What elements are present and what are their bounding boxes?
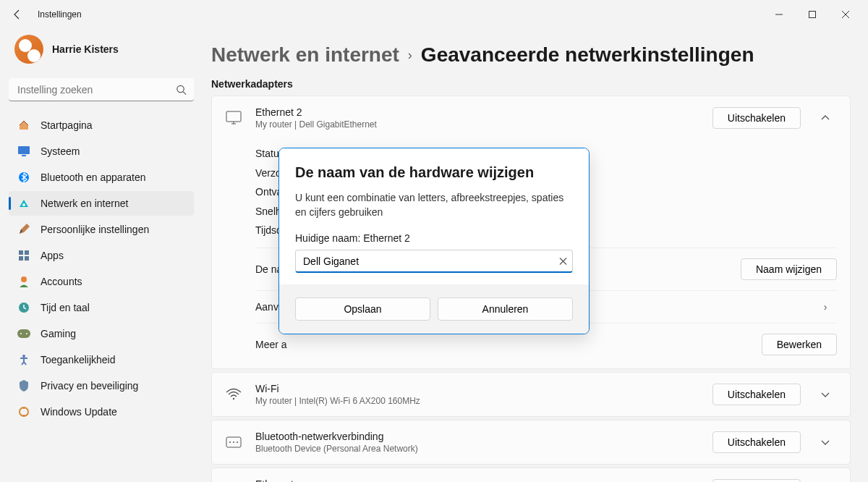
- clear-input-button[interactable]: [559, 258, 567, 266]
- modal-backdrop: De naam van de hardware wijzigen U kunt …: [0, 0, 868, 482]
- new-name-input[interactable]: [295, 250, 573, 273]
- save-button[interactable]: Opslaan: [295, 297, 430, 321]
- current-name-label: Huidige naam: Ethernet 2: [295, 232, 573, 244]
- dialog-description: U kunt een combinatie van letters, afbre…: [295, 191, 573, 219]
- rename-dialog: De naam van de hardware wijzigen U kunt …: [278, 148, 590, 334]
- cancel-button[interactable]: Annuleren: [438, 297, 573, 321]
- dialog-title: De naam van de hardware wijzigen: [295, 164, 573, 181]
- x-icon: [559, 258, 567, 266]
